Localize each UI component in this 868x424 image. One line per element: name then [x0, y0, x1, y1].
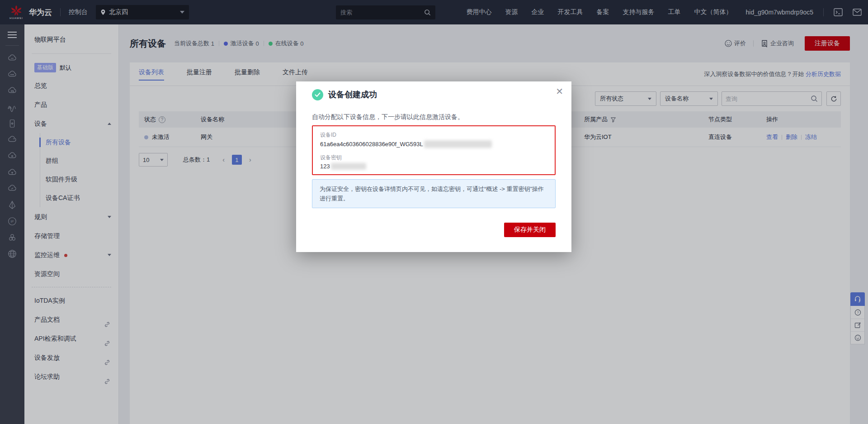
prism-icon[interactable]: [4, 197, 20, 213]
search-icon[interactable]: [424, 9, 431, 16]
sidebar-link-forum[interactable]: 论坛求助: [24, 367, 118, 386]
delete-link[interactable]: 删除: [786, 133, 797, 141]
nav-account-id[interactable]: hid_g90m7wbmdrp9oc5: [746, 9, 813, 16]
sidebar-item-overview[interactable]: 总览: [24, 76, 118, 95]
global-search-input[interactable]: [340, 9, 424, 16]
prev-page-button[interactable]: ‹: [222, 156, 225, 163]
sidebar-item-storage[interactable]: 存储管理: [24, 226, 118, 245]
nav-link-resources[interactable]: 资源: [505, 8, 518, 16]
region-selector[interactable]: 北京四: [96, 5, 189, 19]
version-name: 默认: [60, 64, 71, 72]
huawei-flower-icon: [10, 5, 22, 16]
help-icon[interactable]: ?: [159, 116, 165, 123]
stat-total: 当前设备总数 1: [174, 39, 214, 48]
page-title: 所有设备: [130, 38, 166, 50]
sidebar-item-firmware-upgrade[interactable]: 软固件升级: [40, 170, 118, 189]
sidebar-item-rules[interactable]: 规则: [24, 207, 118, 226]
status-filter-select[interactable]: 所有状态: [595, 91, 656, 106]
chevron-up-icon: [108, 123, 111, 125]
enterprise-consult-button[interactable]: 企业咨询: [761, 39, 794, 48]
chevron-down-icon: [108, 254, 111, 256]
nav-link-enterprise[interactable]: 企业: [532, 8, 544, 16]
huawei-wordmark: HUAWEI: [9, 17, 23, 19]
globe-icon[interactable]: [4, 246, 20, 262]
nav-link-language[interactable]: 中文（简体）: [694, 8, 732, 16]
sidebar-link-api-explorer[interactable]: API检索和调试: [24, 329, 118, 348]
analyze-history-link[interactable]: 分析历史数据: [806, 71, 841, 77]
current-page-button[interactable]: 1: [232, 155, 242, 165]
cloud-speed-icon[interactable]: [4, 181, 20, 197]
device-created-modal: ✕ 设备创建成功 自动分配以下设备信息，下一步请以此信息激活设备。 设备ID 6…: [296, 81, 571, 252]
tab-file-upload[interactable]: 文件上传: [283, 67, 308, 81]
freeze-link[interactable]: 冻结: [805, 133, 817, 141]
nav-link-support[interactable]: 支持与服务: [623, 8, 655, 16]
sidebar-item-iotda-instance[interactable]: IoTDA实例: [24, 291, 118, 310]
sidebar-item-device-ca-cert[interactable]: 设备CA证书: [40, 189, 118, 207]
feedback-button[interactable]: 评价: [725, 39, 746, 48]
page-header: 所有设备 当前设备总数 1 激活设备 0 在线设备 0: [119, 24, 868, 62]
register-device-button[interactable]: 注册设备: [805, 36, 850, 51]
col-node-type: 节点类型: [703, 115, 761, 124]
sidebar-item-groups[interactable]: 群组: [40, 152, 118, 170]
activated-dot: [224, 42, 228, 46]
huawei-logo[interactable]: HUAWEI: [6, 5, 26, 19]
save-and-close-button[interactable]: 保存并关闭: [504, 223, 556, 237]
messages-button[interactable]: [853, 9, 862, 16]
tab-batch-delete[interactable]: 批量删除: [235, 67, 260, 81]
nav-divider: [823, 8, 824, 16]
close-icon[interactable]: ✕: [556, 87, 563, 96]
refresh-icon: [830, 95, 837, 102]
support-button[interactable]: [850, 292, 865, 306]
sidebar-item-devices[interactable]: 设备: [24, 114, 118, 133]
sidebar-item-resource-space[interactable]: 资源空间: [24, 264, 118, 283]
nav-link-billing[interactable]: 费用中心: [467, 8, 492, 16]
view-link[interactable]: 查看: [766, 133, 778, 141]
next-page-button[interactable]: ›: [249, 156, 251, 163]
search-icon[interactable]: [811, 95, 818, 102]
device-credentials-box: 设备ID 61a6ea4c603606028836e90f_WG593L 设备密…: [312, 125, 556, 175]
sidebar-link-device-provisioning[interactable]: 设备发放: [24, 348, 118, 367]
nav-link-icp[interactable]: 备案: [597, 8, 609, 16]
chevron-down-icon: [180, 11, 184, 14]
devices-submenu: 所有设备 群组 软固件升级 设备CA证书: [40, 133, 118, 207]
chevron-down-icon: [648, 98, 651, 100]
cloud-upload-icon[interactable]: [4, 164, 20, 181]
cloud-chat-icon[interactable]: [4, 67, 20, 83]
cloud-shell-button[interactable]: [834, 8, 843, 16]
search-type-select[interactable]: 设备名称: [660, 91, 718, 106]
cloud-icon[interactable]: [4, 132, 20, 148]
cloud-link-icon[interactable]: [4, 148, 20, 164]
sidebar-item-monitoring[interactable]: 监控运维: [24, 245, 118, 264]
device-id-label: 设备ID: [320, 131, 547, 139]
tab-device-list[interactable]: 设备列表: [139, 67, 164, 81]
waveform-icon[interactable]: [4, 99, 20, 115]
cell-product: 华为云IOT: [579, 133, 703, 141]
hamburger-menu-icon[interactable]: [8, 30, 17, 40]
console-link[interactable]: 控制台: [69, 8, 88, 16]
floating-helper-bar: ?: [850, 292, 865, 344]
sidebar-item-products[interactable]: 产品: [24, 95, 118, 114]
nav-link-ticket[interactable]: 工单: [668, 8, 681, 16]
brand-name[interactable]: 华为云: [29, 7, 52, 18]
nav-link-devtools[interactable]: 开发工具: [558, 8, 583, 16]
page-size-select[interactable]: 10: [139, 153, 168, 167]
sidebar-item-all-devices[interactable]: 所有设备: [40, 133, 118, 152]
device-search-box: [722, 91, 822, 106]
help-button[interactable]: ?: [851, 306, 864, 319]
filter-funnel-icon[interactable]: [610, 117, 616, 123]
device-search-input[interactable]: [726, 95, 811, 102]
cloud-storage-icon[interactable]: [4, 83, 20, 99]
redacted-secret-blur: [331, 163, 366, 170]
cloud-server-icon[interactable]: [4, 50, 20, 67]
sidebar-link-product-docs[interactable]: 产品文档: [24, 310, 118, 329]
mobile-device-icon[interactable]: [4, 115, 20, 132]
feedback-panel-button[interactable]: [851, 319, 864, 331]
satisfaction-button[interactable]: [851, 331, 864, 344]
refresh-button[interactable]: [826, 91, 841, 106]
success-check-icon: [312, 89, 323, 100]
ip-address-icon[interactable]: IP: [4, 213, 20, 229]
version-row: 基础版 默认: [34, 63, 118, 72]
cluster-icon[interactable]: [4, 229, 20, 246]
tab-batch-register[interactable]: 批量注册: [187, 67, 212, 81]
global-search[interactable]: [336, 5, 435, 19]
